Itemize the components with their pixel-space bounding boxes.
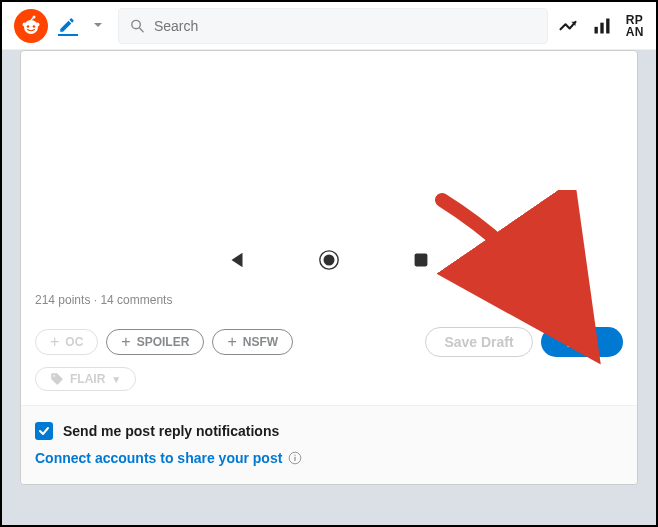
reddit-logo[interactable] [14, 9, 48, 43]
info-icon [288, 451, 302, 465]
plus-icon: + [121, 334, 130, 350]
rpan-icon[interactable]: RPAN [626, 14, 644, 38]
save-draft-button: Save Draft [425, 327, 532, 357]
tag-icon [50, 372, 64, 386]
rewind-button[interactable] [226, 249, 248, 271]
svg-rect-10 [606, 18, 609, 33]
plus-icon: + [50, 334, 59, 350]
svg-point-6 [132, 20, 140, 28]
notify-checkbox[interactable] [35, 422, 53, 440]
svg-point-16 [295, 454, 296, 455]
oc-tag-button: + OC [35, 329, 98, 355]
chevron-down-icon: ▼ [111, 374, 121, 385]
notify-checkbox-row: Send me post reply notifications [35, 422, 623, 440]
svg-point-2 [33, 25, 36, 28]
svg-rect-9 [600, 22, 603, 33]
header-actions: RPAN [558, 14, 644, 38]
plus-icon: + [227, 334, 236, 350]
record-button[interactable] [318, 249, 340, 271]
svg-rect-13 [415, 254, 428, 267]
post-button[interactable]: Post [541, 327, 623, 357]
svg-point-5 [33, 15, 36, 18]
popular-icon[interactable] [558, 16, 578, 36]
svg-point-1 [27, 25, 30, 28]
create-post-icon[interactable] [58, 16, 78, 36]
stop-button[interactable] [410, 249, 432, 271]
flair-row: FLAIR ▼ [21, 367, 637, 405]
nsfw-tag-button[interactable]: + NSFW [212, 329, 293, 355]
post-composer-card: 214 points · 14 comments + OC + SPOILER … [20, 50, 638, 485]
svg-line-7 [140, 28, 144, 32]
svg-point-0 [24, 20, 38, 34]
page-body: 214 points · 14 comments + OC + SPOILER … [2, 50, 656, 525]
video-preview-area [21, 51, 637, 283]
composer-footer: Send me post reply notifications Connect… [21, 405, 637, 484]
spoiler-tag-button[interactable]: + SPOILER [106, 329, 204, 355]
svg-point-4 [36, 22, 40, 26]
post-meta: 214 points · 14 comments [21, 283, 637, 321]
check-icon [38, 425, 50, 437]
search-bar[interactable] [118, 8, 548, 44]
all-icon[interactable] [592, 16, 612, 36]
svg-point-12 [324, 255, 335, 266]
svg-rect-8 [594, 26, 597, 33]
search-icon [129, 17, 146, 35]
search-input[interactable] [154, 18, 537, 34]
flair-tag-button: FLAIR ▼ [35, 367, 136, 391]
video-controls [21, 249, 637, 271]
svg-point-3 [23, 22, 27, 26]
nav-dropdown-caret[interactable] [88, 17, 108, 35]
tag-row: + OC + SPOILER + NSFW Save Draft Post [21, 321, 637, 367]
reddit-alien-icon [19, 14, 43, 38]
notify-label: Send me post reply notifications [63, 423, 279, 439]
points-text: 214 points [35, 293, 90, 307]
top-header: RPAN [2, 2, 656, 50]
connect-accounts-link[interactable]: Connect accounts to share your post [35, 450, 623, 466]
svg-rect-15 [295, 457, 296, 461]
comments-text: 14 comments [100, 293, 172, 307]
